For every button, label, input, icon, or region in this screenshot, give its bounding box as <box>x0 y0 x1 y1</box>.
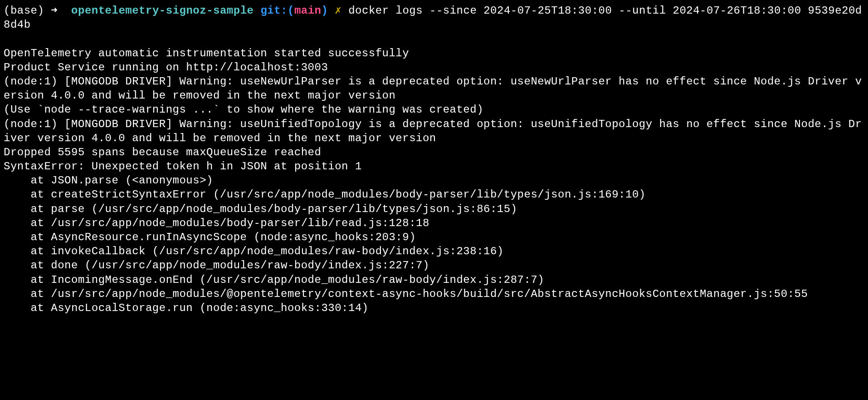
output-line: (node:1) [MONGODB DRIVER] Warning: useUn… <box>4 117 864 145</box>
output-line: SyntaxError: Unexpected token h in JSON … <box>4 159 864 173</box>
output-line: (Use `node --trace-warnings ...` to show… <box>4 103 864 117</box>
output-line <box>4 32 864 46</box>
terminal-output: OpenTelemetry automatic instrumentation … <box>4 32 864 315</box>
prompt-dirty-icon: ✗ <box>335 5 341 17</box>
output-line: at JSON.parse (<anonymous>) <box>4 173 864 188</box>
output-line: at done (/usr/src/app/node_modules/raw-b… <box>4 258 864 272</box>
output-line: OpenTelemetry automatic instrumentation … <box>4 46 864 60</box>
output-line: at /usr/src/app/node_modules/body-parser… <box>4 216 864 230</box>
prompt-git-branch: main <box>294 5 322 17</box>
prompt-git-label: git:( <box>260 5 294 17</box>
output-line: Dropped 5595 spans because maxQueueSize … <box>4 145 864 159</box>
output-line: at AsyncLocalStorage.run (node:async_hoo… <box>4 301 864 315</box>
output-line: Product Service running on http://localh… <box>4 60 864 74</box>
output-line: at createStrictSyntaxError (/usr/src/app… <box>4 188 864 202</box>
output-line: at AsyncResource.runInAsyncScope (node:a… <box>4 230 864 244</box>
prompt-arrow-icon: ➜ <box>51 5 58 17</box>
output-line: at invokeCallback (/usr/src/app/node_mod… <box>4 244 864 258</box>
output-line: at parse (/usr/src/app/node_modules/body… <box>4 202 864 216</box>
terminal-window[interactable]: (base) ➜ opentelemetry-signoz-sample git… <box>4 4 864 315</box>
prompt-directory: opentelemetry-signoz-sample <box>71 5 254 17</box>
output-line: at /usr/src/app/node_modules/@openteleme… <box>4 287 864 301</box>
output-line: at IncomingMessage.onEnd (/usr/src/app/n… <box>4 273 864 287</box>
output-line: (node:1) [MONGODB DRIVER] Warning: useNe… <box>4 74 864 103</box>
prompt-git-close: ) <box>322 5 328 17</box>
prompt-env: (base) <box>4 5 44 17</box>
